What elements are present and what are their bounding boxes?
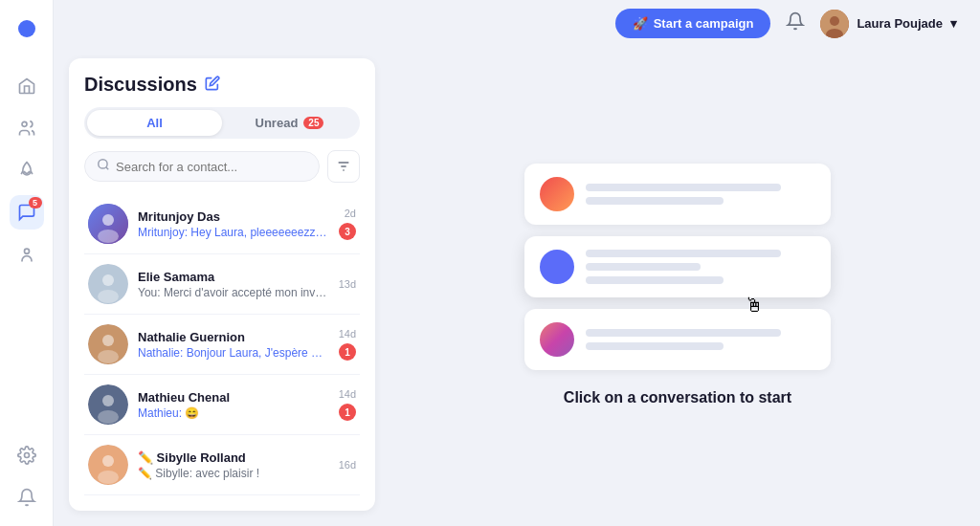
logo-icon[interactable]: [10, 11, 44, 46]
cursor-icon: 🖱: [745, 295, 764, 317]
tab-unread[interactable]: Unread 25: [222, 110, 357, 136]
tabs: All Unread 25: [84, 107, 360, 139]
contacts-group-icon[interactable]: [10, 111, 44, 145]
svg-point-25: [98, 471, 119, 484]
tab-all-label: All: [146, 116, 163, 130]
contact-item-mathieu[interactable]: Mathieu Chenal Mathieu: 😄 14d 1: [84, 375, 360, 435]
rocket-btn-icon: 🚀: [633, 16, 648, 31]
contact-preview: Mritunjoy: Hey Laura, pleeeeeeezzzzzzzz!…: [138, 226, 329, 239]
contacts-list: Mritunjoy Das Mritunjoy: Hey Laura, plee…: [84, 194, 360, 495]
contact-info-sibylle: ✏️ Sibylle Rolland ✏️ Sibylle: avec plai…: [138, 450, 329, 480]
conv-line: [586, 276, 724, 284]
contact-item-mritunjoy[interactable]: Mritunjoy Das Mritunjoy: Hey Laura, plee…: [84, 194, 360, 254]
chat-badge: 5: [29, 197, 42, 208]
conv-avatar-3: [540, 322, 574, 357]
user-name: Laura Poujade: [857, 16, 943, 31]
conv-line: [586, 329, 781, 337]
contact-meta: 14d 1: [339, 388, 356, 421]
conv-line: [586, 197, 724, 205]
contact-item-nathalie[interactable]: Nathalie Guernion Nathalie: Bonjour Laur…: [84, 315, 360, 375]
svg-point-18: [102, 335, 114, 346]
conv-lines-3: [586, 329, 815, 350]
conv-line: [586, 342, 724, 350]
user-menu[interactable]: Laura Poujade ▾: [820, 10, 957, 38]
contact-item-elie[interactable]: Elie Samama You: Merci d'avoir accepté m…: [84, 254, 360, 315]
svg-point-16: [98, 290, 119, 303]
contact-preview: ✏️ Sibylle: avec plaisir !: [138, 467, 329, 480]
contact-name: Elie Samama: [138, 270, 329, 284]
svg-point-3: [24, 453, 29, 458]
search-icon: [97, 158, 110, 175]
unread-badge: 25: [303, 117, 323, 129]
contact-info-mritunjoy: Mritunjoy Das Mritunjoy: Hey Laura, plee…: [138, 209, 329, 239]
contact-name: Mritunjoy Das: [138, 209, 329, 224]
avatar: [820, 10, 849, 38]
people-icon[interactable]: [10, 237, 44, 272]
svg-point-24: [102, 455, 114, 467]
contact-name: ✏️ Sibylle Rolland: [138, 450, 329, 465]
conv-line: [586, 184, 781, 191]
header: 🚀 Start a campaign Laura Poujade ▾: [54, 0, 980, 47]
contact-preview: Mathieu: 😄: [138, 406, 329, 420]
svg-point-22: [98, 410, 119, 424]
home-icon[interactable]: [10, 69, 44, 103]
contact-name: Nathalie Guernion: [138, 330, 329, 344]
contact-preview: Nathalie: Bonjour Laura, J'espère que tu…: [138, 346, 329, 360]
cta-text: Click on a conversation to start: [564, 389, 791, 406]
discussions-header: Discussions: [84, 74, 360, 96]
contact-meta: 2d 3: [339, 208, 356, 240]
conv-card-3: [524, 309, 831, 370]
settings-icon[interactable]: [10, 438, 44, 472]
chevron-down-icon: ▾: [950, 16, 957, 31]
conv-lines-1: [586, 184, 815, 205]
search-row: [84, 150, 360, 183]
bell-bottom-icon[interactable]: [10, 480, 44, 515]
filter-button[interactable]: [327, 150, 360, 183]
svg-point-15: [102, 274, 114, 286]
tab-all[interactable]: All: [87, 110, 222, 136]
conv-lines-2: [586, 250, 815, 284]
discussions-panel: Discussions All Unread 25: [69, 58, 375, 511]
conv-line: [586, 263, 701, 271]
main-content: 🚀 Start a campaign Laura Poujade ▾ Discu…: [54, 0, 980, 526]
contact-meta: 16d: [339, 459, 356, 471]
avatar-nathalie: [88, 324, 128, 364]
right-panel: 🖱 Click on a conversation to start: [390, 58, 965, 511]
svg-point-21: [102, 395, 114, 406]
discussions-title: Discussions: [84, 74, 197, 96]
avatar-mritunjoy: [88, 204, 128, 244]
start-campaign-button[interactable]: 🚀 Start a campaign: [615, 9, 771, 38]
contact-time: 14d: [339, 388, 356, 400]
conversation-illustration: [524, 164, 831, 370]
content-area: Discussions All Unread 25: [54, 47, 980, 526]
contact-badge: 3: [339, 223, 356, 240]
conv-card-1: [524, 164, 831, 225]
svg-point-5: [830, 16, 839, 26]
contact-name: Mathieu Chenal: [138, 390, 329, 405]
svg-point-7: [99, 160, 107, 168]
svg-point-2: [24, 249, 29, 253]
chat-icon[interactable]: 5: [10, 195, 44, 230]
contact-meta: 14d 1: [339, 328, 356, 361]
conv-line: [586, 250, 781, 257]
search-wrap: [84, 151, 320, 182]
contact-info-nathalie: Nathalie Guernion Nathalie: Bonjour Laur…: [138, 330, 329, 360]
svg-point-12: [102, 214, 114, 226]
contact-preview: You: Merci d'avoir accepté mon invitatio…: [138, 286, 329, 299]
notification-bell-icon[interactable]: [786, 11, 805, 35]
svg-point-19: [98, 350, 119, 363]
rocket-icon[interactable]: [10, 153, 44, 187]
conv-avatar-1: [540, 177, 574, 211]
contact-item-sibylle[interactable]: ✏️ Sibylle Rolland ✏️ Sibylle: avec plai…: [84, 435, 360, 495]
contact-time: 2d: [345, 208, 356, 219]
contact-badge: 1: [339, 404, 356, 421]
tab-unread-label: Unread: [256, 116, 299, 130]
contact-time: 14d: [339, 328, 356, 340]
contact-info-elie: Elie Samama You: Merci d'avoir accepté m…: [138, 270, 329, 299]
edit-icon[interactable]: [205, 76, 220, 95]
avatar-elie: [88, 264, 128, 304]
contact-meta: 13d: [339, 278, 356, 290]
search-input[interactable]: [116, 160, 307, 174]
contact-time: 13d: [339, 278, 356, 290]
campaign-button-label: Start a campaign: [654, 16, 754, 31]
